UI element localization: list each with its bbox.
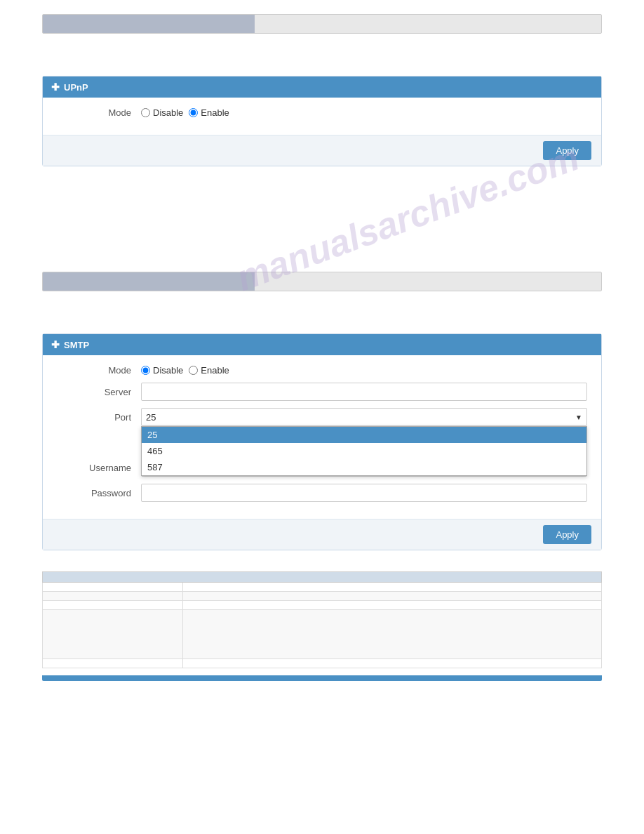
smtp-plus-icon: ✚ [51, 339, 60, 350]
smtp-server-label: Server [57, 387, 141, 397]
smtp-port-dropdown[interactable]: 25 ▼ 25 465 587 [141, 408, 587, 426]
top-progress-bar [42, 14, 602, 34]
table-header [43, 572, 602, 583]
upnp-apply-button[interactable]: Apply [543, 141, 591, 160]
smtp-enable-label: Enable [201, 365, 229, 376]
smtp-disable-label: Disable [153, 365, 183, 376]
smtp-port-option-587[interactable]: 587 [142, 459, 586, 475]
upnp-body: Mode Disable Enable [43, 98, 601, 135]
info-table [42, 571, 602, 668]
smtp-password-row: Password [57, 484, 587, 502]
smtp-mode-controls: Disable Enable [141, 365, 587, 376]
smtp-disable-radio[interactable] [141, 366, 150, 375]
table-row [43, 610, 602, 659]
table-header-row [43, 572, 602, 583]
upnp-section: ✚ UPnP Mode Disable Enable [42, 76, 602, 166]
smtp-port-value: 25 [146, 412, 156, 423]
smtp-enable-radio[interactable] [189, 366, 198, 375]
upnp-mode-controls: Disable Enable [141, 107, 587, 118]
upnp-mode-enable[interactable]: Enable [189, 107, 229, 118]
smtp-header: ✚ SMTP [43, 334, 601, 355]
upnp-mode-radio-group: Disable Enable [141, 107, 229, 118]
upnp-mode-row: Mode Disable Enable [57, 107, 587, 118]
smtp-port-option-465[interactable]: 465 [142, 443, 586, 459]
smtp-title: SMTP [64, 340, 89, 350]
table-cell-label [43, 601, 183, 610]
smtp-port-control: 25 ▼ 25 465 587 [141, 408, 587, 426]
smtp-server-control [141, 383, 587, 401]
table-row [43, 592, 602, 601]
smtp-password-label: Password [57, 488, 141, 498]
smtp-server-row: Server [57, 383, 587, 401]
smtp-password-input[interactable] [141, 484, 587, 502]
smtp-port-row: Port 25 ▼ 25 465 587 [57, 408, 587, 426]
table-cell-label [43, 659, 183, 668]
smtp-mode-row: Mode Disable Enable [57, 365, 587, 376]
table-row [43, 601, 602, 610]
upnp-mode-label: Mode [57, 107, 141, 118]
table-cell-value [183, 610, 602, 659]
smtp-port-display[interactable]: 25 ▼ [141, 408, 587, 426]
table-cell-value [183, 659, 602, 668]
smtp-mode-enable[interactable]: Enable [189, 365, 229, 376]
table-cell-label [43, 610, 183, 659]
upnp-disable-radio[interactable] [141, 108, 150, 117]
table-cell-label [43, 592, 183, 601]
middle-progress-fill [43, 272, 255, 291]
upnp-footer: Apply [43, 135, 601, 166]
smtp-username-label: Username [57, 463, 141, 473]
smtp-apply-button[interactable]: Apply [543, 525, 591, 544]
bottom-bar [42, 675, 602, 681]
smtp-port-option-25[interactable]: 25 [142, 427, 586, 443]
upnp-plus-icon: ✚ [51, 81, 60, 93]
table-cell-value [183, 583, 602, 592]
top-progress-fill [43, 15, 255, 33]
smtp-port-label: Port [57, 412, 141, 423]
smtp-password-control [141, 484, 587, 502]
middle-spacer [42, 187, 602, 272]
smtp-mode-radio-group: Disable Enable [141, 365, 229, 376]
table-cell-label [43, 583, 183, 592]
upnp-enable-label: Enable [201, 107, 229, 118]
table-row [43, 583, 602, 592]
middle-progress-bar [42, 272, 602, 291]
chevron-down-icon: ▼ [575, 413, 582, 421]
smtp-server-input[interactable] [141, 383, 587, 401]
upnp-title: UPnP [64, 82, 88, 93]
upnp-disable-label: Disable [153, 107, 183, 118]
table-cell-value [183, 601, 602, 610]
smtp-footer: Apply [43, 519, 601, 550]
upnp-enable-radio[interactable] [189, 108, 198, 117]
table-row [43, 659, 602, 668]
upnp-header: ✚ UPnP [43, 77, 601, 98]
table-cell-value [183, 592, 602, 601]
upnp-mode-disable[interactable]: Disable [141, 107, 183, 118]
smtp-mode-label: Mode [57, 365, 141, 376]
smtp-port-dropdown-list: 25 465 587 [141, 426, 587, 476]
smtp-mode-disable[interactable]: Disable [141, 365, 183, 376]
smtp-section: ✚ SMTP Mode Disable Enable [42, 333, 602, 550]
smtp-body: Mode Disable Enable [43, 355, 601, 519]
